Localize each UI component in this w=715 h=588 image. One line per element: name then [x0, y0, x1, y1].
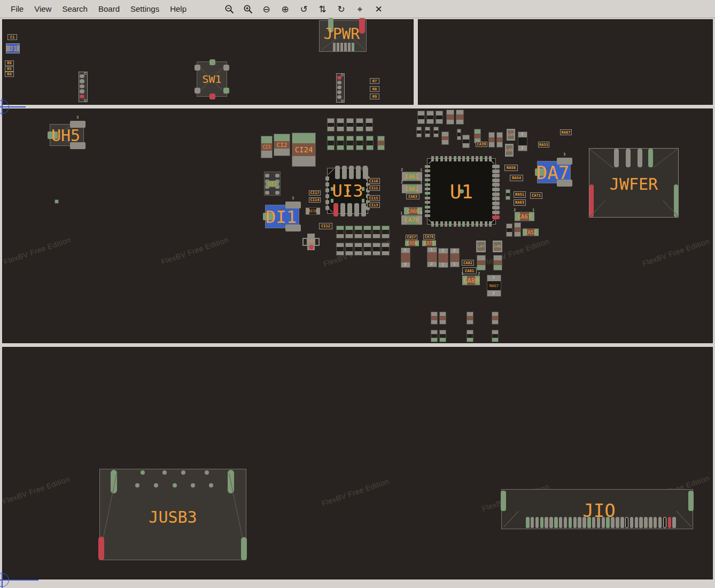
pad	[432, 241, 436, 246]
pad	[492, 183, 500, 187]
component-ci12[interactable]: CI12	[319, 223, 332, 229]
component-ci17[interactable]: CI17	[309, 190, 321, 196]
component-ra63[interactable]: RA63	[514, 199, 526, 206]
pad	[431, 338, 437, 342]
mount-hole	[84, 72, 87, 75]
pad	[434, 134, 438, 137]
pad	[475, 276, 480, 285]
pad	[462, 276, 467, 285]
pad	[436, 221, 438, 227]
pad	[425, 169, 430, 172]
component-ca71[interactable]: CA71	[530, 192, 542, 199]
pad	[346, 226, 353, 230]
pad	[492, 192, 500, 196]
component-ras6[interactable]: RAS6	[504, 165, 518, 171]
pad	[467, 320, 473, 324]
zoom-out-icon[interactable]	[223, 3, 235, 15]
pad	[333, 203, 338, 216]
pad	[209, 59, 215, 65]
close-icon[interactable]: ✕	[372, 3, 385, 15]
menu-file[interactable]: File	[5, 4, 29, 13]
rotate-ccw-icon[interactable]: ↺	[298, 3, 310, 15]
component-ras1[interactable]: RAS1	[514, 191, 526, 198]
pad	[428, 262, 437, 267]
circle-plus-icon[interactable]: ⊕	[279, 3, 291, 15]
pad	[540, 517, 544, 528]
menu-bar: FileViewSearchBoardSettingsHelp ⊖⊕↺⇅↻⌖✕	[0, 0, 715, 18]
component-r7[interactable]: R7	[370, 78, 379, 84]
pad	[688, 491, 694, 511]
pad	[457, 129, 461, 133]
component-ci15[interactable]: CI15	[367, 195, 380, 201]
pad	[638, 149, 642, 167]
component-ca63[interactable]: CA63	[406, 194, 419, 199]
body	[506, 145, 512, 155]
panel-top-right[interactable]	[418, 19, 713, 105]
mount-hole	[341, 99, 344, 102]
via-dot[interactable]	[55, 199, 59, 204]
slot	[304, 239, 307, 245]
pad	[70, 121, 86, 128]
pad	[80, 79, 84, 83]
pad	[356, 136, 363, 141]
pad	[492, 206, 500, 210]
pad	[17, 45, 19, 51]
pad	[611, 517, 615, 528]
component-ci13[interactable]: CI13	[367, 202, 380, 208]
pad	[373, 234, 380, 238]
pad	[518, 132, 527, 137]
pad	[458, 156, 461, 161]
pad	[573, 517, 577, 528]
circle-minus-icon[interactable]: ⊖	[260, 3, 273, 15]
component-ci11[interactable]: CI11	[367, 185, 380, 191]
pad	[439, 249, 448, 253]
fit-view-icon[interactable]: ⌖	[354, 3, 366, 15]
pad	[434, 127, 438, 130]
pad	[425, 197, 430, 199]
pad	[492, 174, 500, 177]
component-ci16[interactable]: CI16	[367, 178, 380, 184]
body	[508, 130, 514, 139]
pad	[265, 191, 269, 195]
component-ca57[interactable]: CA57	[406, 235, 417, 240]
menu-help[interactable]: Help	[165, 4, 192, 13]
pad	[367, 136, 373, 141]
menu-search[interactable]: Search	[57, 4, 93, 13]
pad	[355, 243, 362, 247]
menu-view[interactable]: View	[29, 4, 57, 13]
rotate-cw-icon[interactable]: ↻	[335, 3, 347, 15]
pad	[445, 221, 447, 227]
component-ca81[interactable]: CA81	[462, 267, 477, 274]
flip-vertical-icon[interactable]: ⇅	[316, 3, 329, 15]
pad	[191, 483, 195, 488]
component-jusb3[interactable]	[99, 469, 246, 560]
component-ca39[interactable]: CA39	[476, 142, 487, 147]
pad	[515, 223, 520, 227]
zoom-in-icon[interactable]	[242, 3, 254, 15]
component-ca76[interactable]: CA76	[423, 234, 435, 239]
component-ras4[interactable]: RAS4	[510, 175, 523, 181]
pad	[382, 251, 389, 255]
pad	[456, 120, 463, 124]
pad	[401, 248, 410, 253]
pad	[545, 517, 548, 528]
component-ra67[interactable]: RA67	[560, 129, 572, 135]
component-r9[interactable]: R9	[370, 94, 379, 99]
component-c1[interactable]: C1	[7, 34, 17, 40]
component-ci14[interactable]: CI14	[309, 197, 321, 203]
component-r6[interactable]: R6	[5, 60, 14, 66]
pad	[442, 132, 448, 136]
origin-marker-hline	[0, 106, 26, 107]
menu-board[interactable]: Board	[93, 4, 125, 13]
component-r5[interactable]: R5	[5, 66, 14, 72]
pad	[497, 142, 502, 147]
component-r4[interactable]: R4	[5, 72, 14, 77]
menu-settings[interactable]: Settings	[125, 4, 165, 13]
pad	[373, 226, 380, 230]
center-pad	[346, 189, 349, 192]
pad	[476, 221, 478, 227]
component-r8[interactable]: R8	[370, 86, 379, 92]
component-ra55[interactable]: RA55	[538, 142, 549, 148]
component-ca82[interactable]: CA82	[462, 260, 474, 266]
pad	[449, 221, 452, 227]
